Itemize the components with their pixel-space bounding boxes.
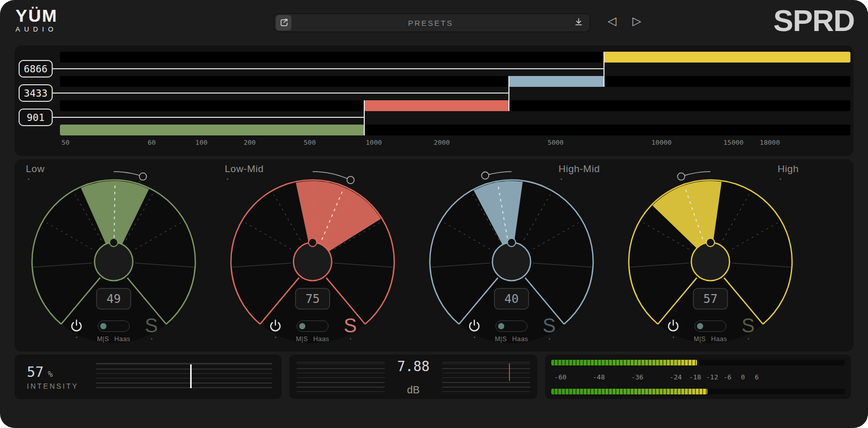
toggle-labels: M|SHaas [291,335,334,343]
header-bar: YÜM AUDIO PRESETS ◁ ▷ SPRD [0,0,868,45]
meter-scale-tick: -36 [631,373,643,381]
toggle-label-ms[interactable]: M|S [97,335,110,343]
freq-band-segment-low-mid[interactable] [364,100,509,111]
gauge-knob[interactable] [293,242,332,281]
freq-axis-tick: 15000 [723,139,743,146]
solo-button[interactable]: S [342,315,359,337]
rotation-handle[interactable] [140,173,147,180]
toggle-knob [498,323,504,329]
freq-band-bar-low-mid[interactable] [60,100,850,111]
meter-fill-left [551,360,697,365]
toggle-label-haas[interactable]: Haas [313,335,329,343]
gain-unit-label: dB [397,384,430,396]
freq-band-bar-low[interactable] [60,125,850,135]
band-value: 75 [305,292,320,305]
gain-slider-handle[interactable] [509,363,510,381]
frequency-bands-display: 6866343390150601002005001000200050001000… [60,52,850,151]
toggle-label-ms[interactable]: M|S [296,335,308,343]
freq-band-segment-high[interactable] [604,52,850,63]
band-gauges-panel: Low49M|SHaasSLow-Mid75M|SHaasSHigh-Mid40… [14,159,854,351]
toggle-label-ms[interactable]: M|S [495,335,507,343]
gauge-knob[interactable] [492,242,531,281]
crossover-connector [53,93,509,94]
crossover-line-3433[interactable] [508,76,509,111]
next-preset-button[interactable]: ▷ [632,14,641,28]
crossover-freq-value[interactable]: 6866 [19,60,53,78]
band-module-high-mid: High-Mid40M|SHaasS [412,159,611,351]
ms-haas-toggle[interactable] [297,320,329,332]
solo-state-dot [151,338,152,340]
knob-notch [706,238,715,247]
rotation-arm [313,172,351,180]
power-state-dot [673,337,674,338]
freq-axis-tick: 2000 [433,139,450,146]
meter-scale-tick: -6 [723,373,732,381]
footer-bar: 57% INTENSITY 7.88 dB -60-48-36-24-18-12… [14,355,854,399]
power-state-dot [275,337,276,338]
freq-axis-tick: 60 [148,139,156,146]
ms-haas-toggle[interactable] [694,320,726,332]
toggle-label-haas[interactable]: Haas [711,335,727,343]
solo-button[interactable]: S [540,315,558,337]
crossover-freq-value[interactable]: 901 [19,109,53,126]
toggle-label-haas[interactable]: Haas [512,335,528,343]
previous-preset-button[interactable]: ◁ [608,14,616,28]
freq-band-segment-low[interactable] [60,125,364,135]
intensity-label: INTENSITY [27,382,88,390]
freq-axis-tick: 200 [243,139,255,146]
band-module-high: High57M|SHaasS [611,159,810,351]
freq-band-bar-high-mid[interactable] [60,76,850,87]
power-state-dot [76,337,78,338]
meter-scale: -60-48-36-24-18-12-606 [551,372,845,383]
intensity-slider[interactable] [96,362,272,391]
band-controls: M|SHaasS [213,317,412,347]
rotation-arm [681,172,710,177]
intensity-slider-handle[interactable] [190,364,192,388]
solo-button[interactable]: S [739,315,757,337]
presets-label: PRESETS [291,19,570,27]
download-icon [573,17,584,28]
knob-notch [308,238,317,247]
gauge-knob[interactable] [95,242,133,281]
ms-haas-toggle[interactable] [98,320,130,332]
crossover-line-6866[interactable] [603,52,605,87]
solo-state-dot [748,338,749,340]
gain-value: 7.88 [397,359,430,374]
export-preset-button[interactable] [276,15,291,30]
freq-band-bar-high[interactable] [60,52,850,63]
preset-selector[interactable]: PRESETS [274,13,590,32]
ms-haas-toggle[interactable] [495,320,528,332]
freq-band-segment-high-mid[interactable] [509,76,604,87]
toggle-knob [100,323,106,329]
band-value: 57 [703,292,718,305]
band-value: 49 [106,292,121,305]
gain-section: 7.88 dB [289,355,537,399]
crossover-line-901[interactable] [364,100,365,135]
solo-state-dot [350,338,351,340]
crossover-freq-value[interactable]: 3433 [19,84,53,102]
solo-button[interactable]: S [143,315,160,337]
gauge-knob[interactable] [691,242,730,281]
rotation-handle[interactable] [482,172,489,179]
power-button[interactable] [666,318,680,333]
plugin-window: YÜM AUDIO PRESETS ◁ ▷ SPRD 6866343390150… [0,0,868,428]
freq-axis-tick: 100 [195,139,207,146]
rotation-handle[interactable] [677,173,685,180]
knob-notch [110,238,118,247]
toggle-label-haas[interactable]: Haas [114,335,130,343]
toggle-label-ms[interactable]: M|S [694,335,706,343]
power-button[interactable] [467,318,482,333]
rotation-handle[interactable] [347,176,354,184]
power-button[interactable] [69,318,84,333]
band-controls: M|SHaasS [14,317,213,347]
power-state-dot [474,337,475,338]
save-preset-button[interactable] [570,15,587,30]
output-meters-section: -60-48-36-24-18-12-606 [545,355,851,399]
toggle-knob [697,323,703,329]
gain-readout: 7.88 dB [385,355,442,399]
logo-text-audio: AUDIO [16,25,58,33]
power-button[interactable] [268,318,283,333]
sprd-logo: SPRD [773,3,855,38]
meter-scale-tick: -48 [593,373,605,381]
rotation-arm [114,172,143,177]
